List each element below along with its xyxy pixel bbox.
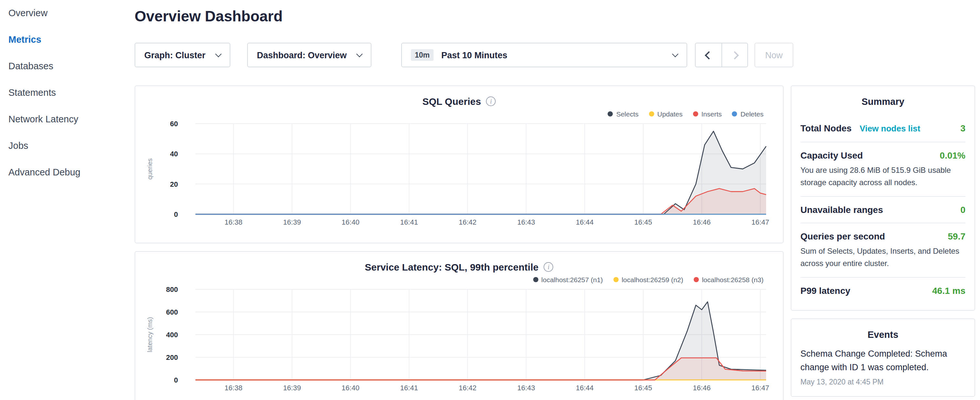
sql-queries-chart-card: SQL Queries i SelectsUpdatesInsertsDelet… [135, 85, 784, 243]
summary-row-label: Unavailable ranges [800, 204, 883, 215]
legend-item[interactable]: Deletes [732, 109, 764, 118]
legend-label: Deletes [741, 110, 764, 118]
sidebar-item-network-latency[interactable]: Network Latency [0, 106, 125, 133]
time-range-dropdown[interactable]: 10m Past 10 Minutes [401, 43, 687, 67]
chevron-right-icon [730, 51, 739, 59]
legend-label: Selects [616, 110, 639, 118]
svg-text:queries: queries [146, 158, 153, 180]
chart-title-row: Service Latency: SQL, 99th percentile i [144, 260, 774, 274]
summary-row-queries-per-second: Queries per second 59.7 Sum of Selects, … [800, 223, 966, 277]
dashboard-dropdown[interactable]: Dashboard: Overview [247, 43, 371, 67]
summary-row-value: 0.01% [940, 150, 966, 161]
svg-text:16:42: 16:42 [459, 384, 477, 392]
service-latency-chart[interactable]: 020040060080016:3816:3916:4016:4116:4216… [144, 285, 775, 397]
legend-dot-icon [732, 112, 737, 116]
legend-label: Inserts [702, 110, 722, 118]
legend-dot-icon [533, 277, 538, 282]
time-next-button-disabled[interactable] [721, 43, 748, 67]
svg-text:16:46: 16:46 [693, 384, 711, 392]
sidebar-nav: Overview Metrics Databases Statements Ne… [0, 0, 125, 400]
chart-legend: localhost:26257 (n1)localhost:26259 (n2)… [144, 275, 764, 284]
graph-scope-dropdown-label: Graph: Cluster [144, 50, 205, 60]
summary-row-value: 0 [960, 204, 966, 215]
event-message: Schema Change Completed: Schema change w… [800, 348, 966, 375]
svg-text:16:39: 16:39 [283, 384, 301, 392]
events-panel: Events Schema Change Completed: Schema c… [791, 319, 975, 397]
legend-item[interactable]: Inserts [693, 109, 722, 118]
charts-column: SQL Queries i SelectsUpdatesInsertsDelet… [135, 85, 784, 400]
dashboard-dropdown-label: Dashboard: Overview [257, 50, 347, 60]
graph-scope-dropdown[interactable]: Graph: Cluster [135, 43, 231, 67]
svg-text:latency (ms): latency (ms) [146, 317, 153, 352]
admin-console-page: Overview Metrics Databases Statements Ne… [0, 0, 980, 400]
svg-text:800: 800 [166, 285, 178, 293]
summary-row-description: You are using 28.6 MiB of 515.9 GiB usab… [800, 164, 966, 188]
svg-text:16:45: 16:45 [634, 218, 652, 226]
svg-text:16:41: 16:41 [400, 218, 418, 226]
view-nodes-list-link[interactable]: View nodes list [860, 124, 920, 133]
svg-text:200: 200 [166, 354, 178, 362]
summary-row-label: Total Nodes [800, 123, 851, 133]
legend-label: localhost:26257 (n1) [541, 276, 603, 284]
legend-item[interactable]: localhost:26258 (n3) [694, 275, 764, 284]
page-title: Overview Dashboard [135, 8, 283, 25]
legend-dot-icon [608, 112, 613, 116]
main-content: Overview Dashboard Graph: Cluster Dashbo… [125, 0, 980, 400]
time-range-label: Past 10 Minutes [441, 50, 665, 60]
summary-panel: Summary Total Nodes View nodes list 3 [791, 85, 975, 311]
info-icon[interactable]: i [486, 96, 496, 106]
sidebar-item-statements[interactable]: Statements [0, 80, 125, 106]
svg-text:400: 400 [166, 331, 178, 339]
sidebar-item-overview[interactable]: Overview [0, 0, 125, 27]
legend-dot-icon [613, 277, 618, 282]
time-pager [695, 43, 748, 67]
chevron-left-icon [704, 51, 713, 59]
svg-text:60: 60 [170, 120, 178, 128]
sql-queries-chart[interactable]: 020406016:3816:3916:4016:4116:4216:4316:… [144, 120, 775, 231]
sidebar-item-metrics[interactable]: Metrics [0, 27, 125, 53]
event-timestamp: May 13, 2020 at 4:45 PM [800, 378, 966, 386]
legend-dot-icon [693, 112, 698, 116]
dashboard-content: SQL Queries i SelectsUpdatesInsertsDelet… [135, 85, 975, 400]
sidebar-item-jobs[interactable]: Jobs [0, 133, 125, 159]
legend-dot-icon [649, 112, 654, 116]
summary-row-label: Capacity Used [800, 150, 863, 161]
legend-item[interactable]: localhost:26259 (n2) [613, 275, 683, 284]
legend-item[interactable]: Updates [649, 109, 682, 118]
svg-text:16:45: 16:45 [634, 384, 652, 392]
toolbar: Graph: Cluster Dashboard: Overview 10m P… [135, 43, 793, 67]
viewport: Overview Metrics Databases Statements Ne… [0, 0, 980, 400]
now-button[interactable]: Now [754, 43, 793, 67]
svg-text:16:38: 16:38 [224, 218, 242, 226]
svg-text:16:39: 16:39 [283, 218, 301, 226]
svg-text:16:44: 16:44 [576, 218, 594, 226]
svg-text:16:47: 16:47 [751, 384, 769, 392]
chart-title: SQL Queries [422, 96, 481, 107]
svg-text:16:43: 16:43 [517, 218, 535, 226]
event-item[interactable]: Schema Change Completed: Schema change w… [800, 348, 966, 386]
summary-row-unavailable-ranges: Unavailable ranges 0 [800, 196, 966, 223]
info-icon[interactable]: i [544, 262, 553, 271]
legend-label: localhost:26259 (n2) [622, 276, 683, 284]
summary-row-value: 3 [960, 123, 966, 133]
chart-title-row: SQL Queries i [144, 94, 774, 108]
legend-item[interactable]: Selects [608, 109, 639, 118]
chart-legend: SelectsUpdatesInsertsDeletes [144, 109, 764, 118]
chevron-down-icon [672, 51, 678, 57]
legend-item[interactable]: localhost:26257 (n1) [533, 275, 603, 284]
service-latency-chart-card: Service Latency: SQL, 99th percentile i … [135, 251, 784, 400]
summary-row-total-nodes: Total Nodes View nodes list 3 [800, 115, 966, 142]
time-prev-button[interactable] [695, 43, 721, 67]
summary-row-p99-latency: P99 latency 46.1 ms [800, 277, 966, 304]
sidebar-item-databases[interactable]: Databases [0, 53, 125, 80]
svg-text:16:41: 16:41 [400, 384, 418, 392]
svg-text:600: 600 [166, 308, 178, 316]
summary-panel-title: Summary [800, 86, 966, 115]
svg-text:0: 0 [174, 376, 178, 384]
summary-row-capacity-used: Capacity Used 0.01% You are using 28.6 M… [800, 142, 966, 196]
sidebar-item-advanced-debug[interactable]: Advanced Debug [0, 159, 125, 186]
svg-text:16:46: 16:46 [693, 218, 711, 226]
events-panel-title: Events [800, 319, 966, 348]
legend-dot-icon [694, 277, 699, 282]
svg-text:20: 20 [170, 180, 178, 188]
